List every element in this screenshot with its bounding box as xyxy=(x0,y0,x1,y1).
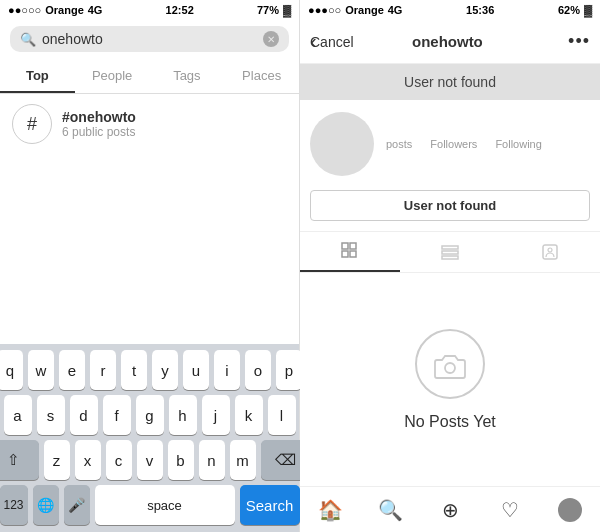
user-not-found-text: User not found xyxy=(404,74,496,90)
key-globe[interactable]: 🌐 xyxy=(33,485,59,525)
bottom-nav: 🏠 🔍 ⊕ ♡ xyxy=(300,486,600,532)
svg-rect-0 xyxy=(342,243,348,249)
battery-info-left: 77% ▓ xyxy=(257,4,291,16)
key-l[interactable]: l xyxy=(268,395,296,435)
profile-area: posts Followers Following xyxy=(300,100,600,184)
camera-circle-icon xyxy=(415,329,485,399)
nav-add[interactable]: ⊕ xyxy=(420,487,480,532)
clear-search-button[interactable]: ✕ xyxy=(263,31,279,47)
key-u[interactable]: u xyxy=(183,350,209,390)
camera-icon xyxy=(432,346,468,382)
keyboard-row-3: ⇧ z x c v b n m ⌫ xyxy=(2,440,297,480)
key-b[interactable]: b xyxy=(168,440,194,480)
search-bar[interactable]: 🔍 ✕ xyxy=(10,26,289,52)
keyboard-row-4: 123 🌐 🎤 space Search xyxy=(2,485,297,525)
key-k[interactable]: k xyxy=(235,395,263,435)
key-q[interactable]: q xyxy=(0,350,23,390)
time-right: 15:36 xyxy=(466,4,494,16)
key-f[interactable]: f xyxy=(103,395,131,435)
key-shift[interactable]: ⇧ xyxy=(0,440,39,480)
svg-point-8 xyxy=(548,248,552,252)
key-h[interactable]: h xyxy=(169,395,197,435)
key-x[interactable]: x xyxy=(75,440,101,480)
key-n[interactable]: n xyxy=(199,440,225,480)
search-input[interactable] xyxy=(42,31,257,47)
key-w[interactable]: w xyxy=(28,350,54,390)
battery-info-right: 62% ▓ xyxy=(558,4,592,16)
key-v[interactable]: v xyxy=(137,440,163,480)
nav-profile[interactable] xyxy=(540,487,600,532)
key-i[interactable]: i xyxy=(214,350,240,390)
svg-rect-3 xyxy=(350,251,356,257)
status-bar-left: ●●○○○ Orange 4G 12:52 77% ▓ xyxy=(0,0,299,20)
result-text: #onehowto 6 public posts xyxy=(62,109,136,139)
stat-followers: Followers xyxy=(430,138,477,150)
nav-search[interactable]: 🔍 xyxy=(360,487,420,532)
svg-rect-6 xyxy=(442,256,458,259)
cancel-button[interactable]: Cancel xyxy=(310,34,354,50)
key-r[interactable]: r xyxy=(90,350,116,390)
key-a[interactable]: a xyxy=(4,395,32,435)
key-s[interactable]: s xyxy=(37,395,65,435)
signal-dots-right: ●●●○○ xyxy=(308,4,341,16)
key-d[interactable]: d xyxy=(70,395,98,435)
key-numbers[interactable]: 123 xyxy=(0,485,28,525)
time-left: 12:52 xyxy=(166,4,194,16)
keyboard-row-1: q w e r t y u i o p xyxy=(2,350,297,390)
key-p[interactable]: p xyxy=(276,350,302,390)
tag-view-tab[interactable] xyxy=(500,232,600,272)
search-tabs: Top People Tags Places xyxy=(0,58,299,94)
battery-percent-right: 62% xyxy=(558,4,580,16)
avatar xyxy=(310,112,374,176)
hashtag-icon: # xyxy=(12,104,52,144)
user-not-found-button[interactable]: User not found xyxy=(310,190,590,221)
tab-people[interactable]: People xyxy=(75,58,150,93)
view-tabs xyxy=(300,231,600,273)
battery-icon-left: ▓ xyxy=(283,4,291,16)
network-type: 4G xyxy=(88,4,103,16)
key-mic[interactable]: 🎤 xyxy=(64,485,90,525)
carrier-info: ●●○○○ Orange 4G xyxy=(8,4,102,16)
tab-top[interactable]: Top xyxy=(0,58,75,93)
result-sub: 6 public posts xyxy=(62,125,136,139)
key-c[interactable]: c xyxy=(106,440,132,480)
key-space[interactable]: space xyxy=(95,485,235,525)
key-t[interactable]: t xyxy=(121,350,147,390)
keyboard-row-2: a s d f g h j k l xyxy=(2,395,297,435)
key-z[interactable]: z xyxy=(44,440,70,480)
list-icon xyxy=(441,243,459,261)
svg-rect-4 xyxy=(442,246,458,249)
stat-followers-label: Followers xyxy=(430,138,477,150)
key-m[interactable]: m xyxy=(230,440,256,480)
search-bar-container: 🔍 ✕ xyxy=(0,20,299,58)
grid-view-tab[interactable] xyxy=(300,232,400,272)
profile-username: onehowto xyxy=(327,33,568,50)
right-header: Cancel ‹ onehowto ••• xyxy=(300,20,600,64)
nav-heart[interactable]: ♡ xyxy=(480,487,540,532)
carrier-name: Orange xyxy=(45,4,84,16)
key-y[interactable]: y xyxy=(152,350,178,390)
network-type-right: 4G xyxy=(388,4,403,16)
no-posts-label: No Posts Yet xyxy=(404,413,496,431)
more-options-button[interactable]: ••• xyxy=(568,31,590,52)
svg-point-9 xyxy=(445,363,455,373)
key-j[interactable]: j xyxy=(202,395,230,435)
key-e[interactable]: e xyxy=(59,350,85,390)
stat-following: Following xyxy=(495,138,541,150)
list-view-tab[interactable] xyxy=(400,232,500,272)
nav-home[interactable]: 🏠 xyxy=(300,487,360,532)
carrier-info-right: ●●●○○ Orange 4G xyxy=(308,4,402,16)
tab-tags[interactable]: Tags xyxy=(150,58,225,93)
search-icon: 🔍 xyxy=(20,32,36,47)
key-g[interactable]: g xyxy=(136,395,164,435)
stat-following-label: Following xyxy=(495,138,541,150)
search-button[interactable]: Search xyxy=(240,485,300,525)
search-result-item[interactable]: # #onehowto 6 public posts xyxy=(0,94,299,154)
battery-percent-left: 77% xyxy=(257,4,279,16)
tab-places[interactable]: Places xyxy=(224,58,299,93)
user-not-found-banner: User not found xyxy=(300,64,600,100)
battery-icon-right: ▓ xyxy=(584,4,592,16)
person-tag-icon xyxy=(541,243,559,261)
key-o[interactable]: o xyxy=(245,350,271,390)
status-bar-right: ●●●○○ Orange 4G 15:36 62% ▓ xyxy=(300,0,600,20)
